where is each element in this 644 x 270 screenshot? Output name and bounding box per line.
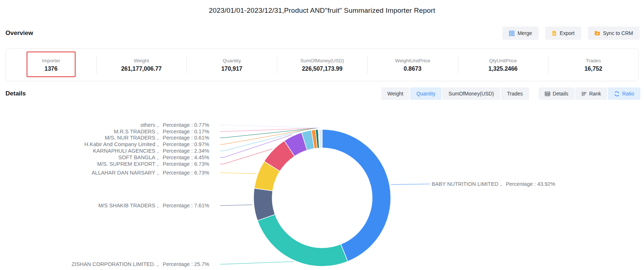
ratio-icon <box>614 91 620 97</box>
stat-label: SumOfMoney(USD) <box>300 58 344 63</box>
pie-label-name: SOFT BANGLA， <box>118 154 161 160</box>
stat-value: 0.8673 <box>404 66 421 72</box>
pie-label-name: M/S. SUPREM EXPORT， <box>97 161 161 167</box>
stat-label: Importer <box>42 58 60 63</box>
pie-label-percentage: Percentage : 6.73% <box>163 169 218 176</box>
pie-label-percentage: Percentage : 0.17% <box>163 128 218 135</box>
view-tab-group: DetailsRankRatio <box>539 87 640 100</box>
tab-label: Rank <box>589 91 601 97</box>
pie-slice-m-s-shakib-traders[interactable] <box>254 188 275 221</box>
sync-to-crm-button[interactable]: Sync to CRM <box>588 27 640 40</box>
stat-weight: Weight261,177,006.77 <box>96 49 187 81</box>
details-heading: Details <box>5 90 26 97</box>
pie-label-name: KARNAPHULI AGENCIES， <box>93 148 161 154</box>
pie-label-percentage: Percentage : 4.45% <box>163 154 218 161</box>
page-title: 2023/01/01-2023/12/31,Product AND"fruit"… <box>0 7 644 15</box>
overview-heading: Overview <box>5 30 33 37</box>
tab-ratio[interactable]: Ratio <box>608 87 640 100</box>
tab-label: Weight <box>387 91 403 97</box>
tab-trades[interactable]: Trades <box>501 87 529 100</box>
pie-label-percentage: Percentage : 0.97% <box>163 141 218 148</box>
stat-value: 170,917 <box>221 66 242 72</box>
overview-action-buttons: MergeExportSync to CRM <box>502 27 640 40</box>
tab-label: Quantity <box>416 91 435 97</box>
pie-label-percentage: Percentage : 25.7% <box>163 261 218 268</box>
stat-importer: Importer1376 <box>6 49 96 81</box>
pie-label-soft-bangla: SOFT BANGLA，Percentage : 4.45% <box>118 154 218 161</box>
button-label: Merge <box>517 30 532 36</box>
pie-slice-zishan-corporation-limited-[interactable] <box>258 214 348 266</box>
stat-value: 261,177,006.77 <box>121 66 162 72</box>
tab-label: Trades <box>507 91 523 97</box>
pie-label-m-s-suprem-export: M/S. SUPREM EXPORT，Percentage : 6.73% <box>97 160 218 168</box>
pie-label-h-kabir-and-company-limited: H.Kabir And Company Limited，Percentage :… <box>84 141 218 148</box>
metric-tab-group: WeightQuantitySumOfMoney(USD)Trades <box>381 87 529 100</box>
pie-label-zishan-corporation-limited-: ZISHAN CORPORATION LIMITED.，Percentage :… <box>72 261 218 268</box>
stat-label: Quantity <box>223 58 241 63</box>
tab-quantity[interactable]: Quantity <box>410 87 441 100</box>
pie-label-percentage: Percentage : 7.61% <box>163 202 218 209</box>
details-section-header: Details WeightQuantitySumOfMoney(USD)Tra… <box>5 87 640 100</box>
pie-label-percentage: Percentage : 6.73% <box>163 160 218 168</box>
pie-leader-line <box>220 262 293 264</box>
pie-label-m-s-shakib-traders: M/S SHAKIB TRADERS，Percentage : 7.61% <box>98 202 218 209</box>
pie-label-percentage: Percentage : 0.77% <box>163 121 218 129</box>
stat-label: WeightUnitPrice <box>395 58 430 63</box>
stat-value: 1,325.2466 <box>488 66 517 72</box>
pie-label-name: others， <box>140 122 161 128</box>
stat-quantity: Quantity170,917 <box>186 49 277 81</box>
stat-label: QtyUnitPrice <box>489 58 517 63</box>
importer-ratio-donut-chart: BABY NUTRITION LIMITED，Percentage : 43.9… <box>0 102 644 270</box>
details-tab-groups: WeightQuantitySumOfMoney(USD)Trades Deta… <box>381 87 640 100</box>
sync-folder-icon <box>594 31 600 36</box>
pie-leader-line <box>391 184 430 185</box>
overview-section-header: Overview MergeExportSync to CRM <box>5 26 640 40</box>
pie-leader-line <box>220 128 319 132</box>
pie-label-percentage: Percentage : 43.92% <box>506 180 561 188</box>
button-label: Export <box>560 30 574 36</box>
pie-label-m-s-nur-traders: M/S. NUR TRADERS，Percentage : 0.61% <box>105 134 218 141</box>
pie-label-name: M/S SHAKIB TRADERS， <box>98 203 161 208</box>
table-icon <box>545 91 550 96</box>
stat-weightunitprice: WeightUnitPrice0.8673 <box>367 49 458 81</box>
export-button[interactable]: Export <box>545 27 581 40</box>
tab-label: Details <box>553 91 568 97</box>
stat-value: 1376 <box>45 66 58 72</box>
pie-label-name: ZISHAN CORPORATION LIMITED.， <box>72 261 161 267</box>
pie-leader-line <box>220 205 252 206</box>
pie-slice-baby-nutrition-limited[interactable] <box>322 129 391 261</box>
tab-details[interactable]: Details <box>539 87 575 100</box>
pie-label-name: M.R.S TRADERS， <box>114 129 161 134</box>
stat-value: 16,752 <box>585 66 602 72</box>
pie-label-baby-nutrition-limited: BABY NUTRITION LIMITED，Percentage : 43.9… <box>432 180 561 188</box>
pie-label-name: M/S. NUR TRADERS， <box>105 135 161 141</box>
overview-stats-card: Importer1376Weight261,177,006.77Quantity… <box>5 48 639 81</box>
tab-label: SumOfMoney(USD) <box>448 91 494 97</box>
importer-report-page: 2023/01/01-2023/12/31,Product AND"fruit"… <box>0 0 644 270</box>
stat-value: 226,507,173.99 <box>302 66 342 72</box>
pie-label-name: H.Kabir And Company Limited， <box>84 141 161 147</box>
rank-icon <box>582 91 587 96</box>
pie-label-others: others，Percentage : 0.77% <box>140 121 218 129</box>
merge-icon <box>509 31 514 36</box>
button-label: Sync to CRM <box>603 30 633 36</box>
importer-highlight-frame <box>27 52 76 77</box>
pie-label-allahar-dan-narsary: ALLAHAR DAN NARSARY，Percentage : 6.73% <box>92 169 218 176</box>
tab-sumofmoney-usd-[interactable]: SumOfMoney(USD) <box>442 87 500 100</box>
tab-rank[interactable]: Rank <box>575 87 608 100</box>
pie-leader-line <box>220 125 320 128</box>
pie-label-name: BABY NUTRITION LIMITED， <box>432 181 504 187</box>
pie-label-name: ALLAHAR DAN NARSARY， <box>92 170 161 176</box>
tab-weight[interactable]: Weight <box>381 87 409 100</box>
merge-button[interactable]: Merge <box>502 27 539 40</box>
pie-label-percentage: Percentage : 0.61% <box>163 134 218 141</box>
pie-label-karnaphuli-agencies: KARNAPHULI AGENCIES，Percentage : 2.34% <box>93 147 218 154</box>
pie-leader-line <box>220 173 257 174</box>
export-icon <box>552 31 557 36</box>
stat-qtyunitprice: QtyUnitPrice1,325.2466 <box>458 49 548 81</box>
tab-label: Ratio <box>622 91 634 97</box>
stat-trades: Trades16,752 <box>548 49 639 81</box>
pie-label-percentage: Percentage : 2.34% <box>163 147 218 154</box>
stat-label: Weight <box>134 58 149 63</box>
pie-slice-others[interactable] <box>319 129 322 148</box>
